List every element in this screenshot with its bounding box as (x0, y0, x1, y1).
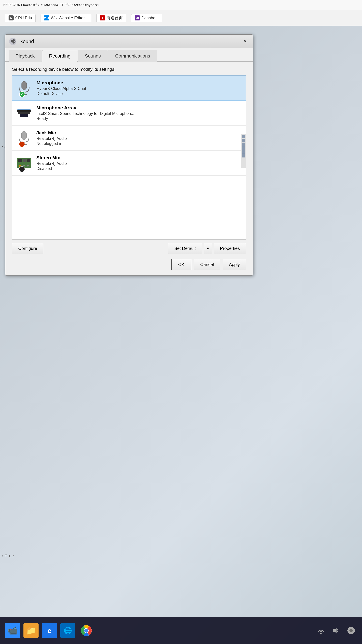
sound-icon (9, 38, 17, 46)
chrome-icon (80, 625, 92, 636)
dialog-action-row: OK Cancel Apply (12, 257, 246, 270)
svg-rect-15 (27, 159, 30, 162)
mic-array-info: Microphone Array Intel® Smart Sound Tech… (36, 105, 243, 121)
scroll-seg-5 (242, 150, 245, 154)
wix-favicon: wix (44, 16, 49, 20)
svg-rect-6 (18, 112, 30, 114)
stereo-mix-desc: Realtek(R) Audio (36, 161, 243, 166)
scroll-seg-3 (242, 142, 245, 146)
close-button[interactable]: ✕ (241, 37, 249, 46)
dialog-titlebar: Sound ✕ (5, 35, 253, 48)
tab-cpu-edu[interactable]: C CPU Edu (5, 14, 35, 22)
ie-icon: e (48, 627, 51, 634)
zoom-icon: 📹 (7, 626, 17, 635)
jack-mic-name: Jack Mic (36, 130, 243, 136)
set-default-button[interactable]: Set Default (168, 243, 202, 254)
stereo-mix-icon (16, 158, 31, 168)
mic-array-icon (16, 108, 31, 118)
tab-youdao[interactable]: Y 有道首页 (96, 14, 126, 22)
device-item-jack-mic[interactable]: ↓ Jack Mic Realtek(R) Audio Not plugged … (12, 126, 246, 150)
svg-rect-2 (22, 81, 27, 90)
taskbar-icon-chrome[interactable] (79, 623, 94, 638)
folder-icon: 📁 (26, 626, 36, 635)
set-default-dropdown-button[interactable]: ▾ (204, 243, 212, 254)
stereo-mix-icon-wrap: ↓ (15, 155, 32, 172)
jack-mic-icon-wrap: ↓ (15, 130, 32, 146)
apply-button[interactable]: Apply (223, 259, 246, 270)
left-label-free: r Free (0, 552, 16, 560)
stereo-mix-info: Stereo Mix Realtek(R) Audio Disabled (36, 155, 243, 171)
scroll-seg-1 (242, 135, 245, 138)
stereo-mix-name: Stereo Mix (36, 155, 243, 160)
cancel-button[interactable]: Cancel (194, 259, 220, 270)
taskbar-steam-icon[interactable] (345, 625, 357, 636)
svg-point-25 (320, 633, 322, 634)
scroll-seg-4 (242, 146, 245, 150)
svg-marker-26 (333, 628, 337, 634)
youdao-favicon: Y (100, 16, 105, 20)
tab-playback[interactable]: Playback (9, 50, 41, 62)
mic-array-desc: Intel® Smart Sound Technology for Digita… (36, 111, 243, 116)
tab-wix-label: Wix Website Editor... (51, 16, 88, 20)
device-item-mic-array[interactable]: Microphone Array Intel® Smart Sound Tech… (12, 100, 246, 126)
svg-point-24 (84, 628, 88, 632)
scrollbar-indicator (241, 134, 246, 168)
microphone-name: Microphone (36, 80, 242, 86)
taskbar-icon-edge[interactable]: 🌐 (60, 623, 75, 638)
dialog-description: Select a recording device below to modif… (12, 67, 246, 72)
device-item-stereo-mix[interactable]: ↓ Stereo Mix Realtek(R) Audio Disabled (12, 150, 246, 176)
device-list[interactable]: ✓ Microphone HyperX Cloud Alpha S Chat D… (12, 75, 246, 240)
stereo-mix-status: Disabled (36, 166, 243, 171)
jack-mic-info: Jack Mic Realtek(R) Audio Not plugged in (36, 130, 243, 146)
device-item-microphone[interactable]: ✓ Microphone HyperX Cloud Alpha S Chat D… (12, 76, 246, 100)
ok-button[interactable]: OK (171, 259, 191, 270)
microphone-icon-wrap: ✓ (16, 80, 32, 96)
dialog-body: Select a recording device below to modif… (5, 62, 253, 275)
mic-array-icon-wrap (15, 105, 32, 122)
browser-tabs: C CPU Edu wix Wix Website Editor... Y 有道… (0, 10, 362, 26)
tab-sounds[interactable]: Sounds (78, 50, 108, 62)
tab-youdao-label: 有道首页 (107, 15, 123, 21)
not-plugged-badge: ↓ (19, 141, 25, 147)
sound-dialog: Sound ✕ Playback Recording Sounds Commun… (5, 34, 253, 276)
dialog-tabs: Playback Recording Sounds Communications (5, 48, 253, 62)
taskbar-right (315, 625, 357, 636)
disabled-badge: ↓ (19, 166, 25, 172)
scroll-seg-2 (242, 139, 245, 142)
default-device-badge: ✓ (19, 91, 25, 97)
microphone-status: Default Device (36, 91, 242, 96)
tab-communications[interactable]: Communications (108, 50, 157, 62)
edge-icon: 🌐 (64, 627, 72, 634)
jack-mic-status: Not plugged in (36, 141, 243, 146)
url-text: 650632940044&ei=ftk-Y-6aAorV4-EP2f28qAs&… (3, 3, 100, 7)
tab-dashbo[interactable]: ed Dashbo... (131, 14, 162, 22)
mic-array-name: Microphone Array (36, 105, 243, 110)
tab-cpu-edu-label: CPU Edu (15, 16, 32, 20)
sound-dialog-overlay: Sound ✕ Playback Recording Sounds Commun… (5, 34, 253, 276)
scroll-seg-6 (242, 154, 245, 158)
dialog-title-text: Sound (19, 38, 34, 44)
dialog-bottom-row: Configure Set Default ▾ Properties (12, 243, 246, 254)
properties-button[interactable]: Properties (214, 243, 246, 254)
svg-rect-14 (23, 159, 26, 162)
taskbar-volume-icon[interactable] (330, 625, 342, 636)
tab-wix[interactable]: wix Wix Website Editor... (40, 14, 91, 22)
taskbar-network-icon[interactable] (315, 625, 327, 636)
url-bar[interactable]: 650632940044&ei=ftk-Y-6aAorV4-EP2f28qAs&… (0, 0, 362, 10)
browser-bar: 650632940044&ei=ftk-Y-6aAorV4-EP2f28qAs&… (0, 0, 362, 26)
main-content: 19... r Free Sound ✕ (0, 26, 362, 644)
tab-recording[interactable]: Recording (42, 50, 77, 62)
svg-point-19 (23, 165, 25, 166)
microphone-desc: HyperX Cloud Alpha S Chat (36, 86, 242, 91)
svg-point-20 (27, 165, 29, 166)
jack-mic-desc: Realtek(R) Audio (36, 136, 243, 141)
taskbar-icon-zoom[interactable]: 📹 (5, 623, 20, 638)
cpu-edu-favicon: C (8, 16, 13, 20)
svg-point-28 (350, 629, 353, 632)
taskbar-icon-folder[interactable]: 📁 (23, 623, 38, 638)
mic-array-status: Ready (36, 116, 243, 121)
microphone-info: Microphone HyperX Cloud Alpha S Chat Def… (36, 80, 242, 96)
svg-rect-13 (18, 159, 22, 162)
taskbar-icon-ie[interactable]: e (42, 623, 57, 638)
configure-button[interactable]: Configure (12, 243, 43, 254)
